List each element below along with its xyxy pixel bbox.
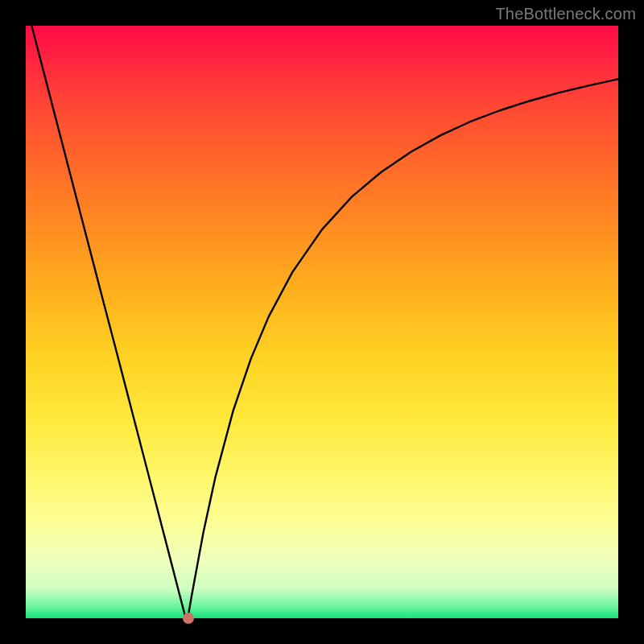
attribution-text: TheBottleneck.com bbox=[495, 5, 636, 23]
bottleneck-curve bbox=[26, 26, 618, 618]
plot-area bbox=[26, 26, 618, 618]
curve-path bbox=[31, 26, 618, 618]
minimum-marker bbox=[183, 613, 194, 624]
chart-frame: TheBottleneck.com bbox=[0, 0, 644, 644]
